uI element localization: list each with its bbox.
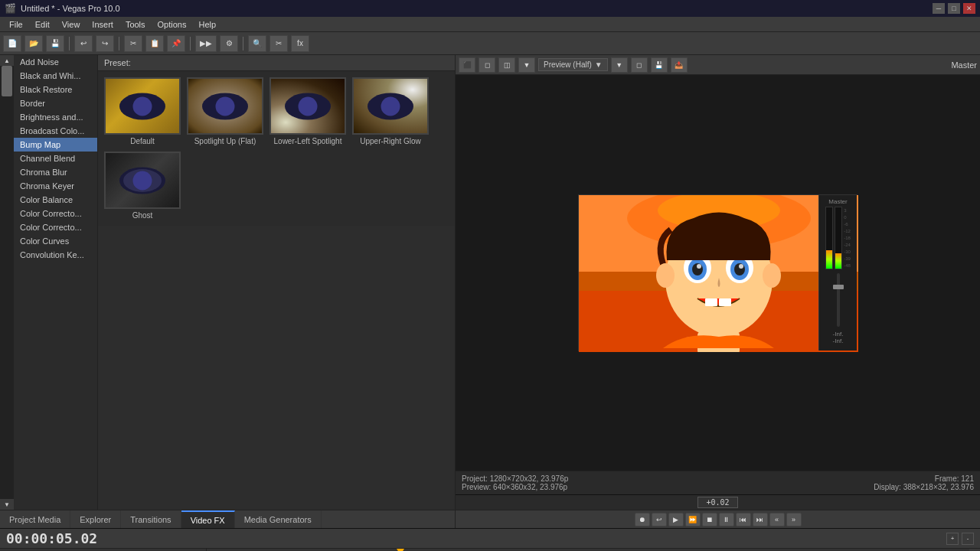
effect-black-restore[interactable]: Black Restore — [14, 83, 97, 96]
menu-edit[interactable]: Edit — [29, 20, 56, 29]
prev-start-btn[interactable]: ⏮ — [736, 513, 751, 527]
copy-button[interactable]: 📋 — [145, 35, 164, 52]
effect-chroma-blur[interactable]: Chroma Blur — [14, 165, 97, 179]
dropdown-arrow: ▼ — [595, 60, 603, 69]
preview-mode-label: Preview (Half) — [544, 60, 592, 69]
vu-left — [825, 207, 833, 269]
maximize-button[interactable]: □ — [948, 3, 960, 14]
prev-loop-btn[interactable]: ↩ — [652, 513, 667, 527]
scroll-up-arrow[interactable]: ▲ — [0, 55, 14, 66]
preview-btn-6[interactable]: 💾 — [651, 57, 668, 73]
tab-explorer[interactable]: Explorer — [70, 510, 121, 528]
minimize-button[interactable]: ─ — [933, 3, 945, 14]
effect-border[interactable]: Border — [14, 96, 97, 110]
menu-file[interactable]: File — [3, 20, 29, 29]
effect-color-corrector-1[interactable]: Color Correcto... — [14, 207, 97, 220]
preset-lower-left-thumb[interactable] — [270, 77, 346, 135]
save-button[interactable]: 💾 — [46, 35, 64, 52]
tab-media-generators[interactable]: Media Generators — [235, 510, 322, 528]
properties-button[interactable]: ⚙ — [220, 35, 238, 52]
open-button[interactable]: 📂 — [24, 35, 43, 52]
effect-bump-map[interactable]: Bump Map — [14, 138, 97, 152]
effect-broadcast[interactable]: Broadcast Colo... — [14, 124, 97, 138]
tl-zoom-out[interactable]: - — [962, 533, 974, 545]
svg-point-13 — [739, 264, 743, 269]
prev-fast-fwd-btn[interactable]: ⏩ — [685, 513, 701, 527]
window-controls: ─ □ ✕ — [933, 3, 975, 14]
tab-video-fx[interactable]: Video FX — [181, 510, 235, 528]
preset-lower-left[interactable]: Lower-Left Spotlight — [270, 77, 346, 145]
prev-end-btn[interactable]: ⏭ — [753, 513, 768, 527]
toolbar-sep-4 — [243, 37, 243, 51]
tab-transitions[interactable]: Transitions — [121, 510, 181, 528]
preview-mode-dropdown[interactable]: Preview (Half) ▼ — [538, 58, 608, 71]
master-vol-label: Master — [821, 198, 855, 205]
vol-db-label2: -Inf. — [821, 337, 855, 344]
scroll-down-arrow[interactable]: ▼ — [0, 499, 14, 510]
effect-color-curves[interactable]: Color Curves — [14, 234, 97, 248]
redo-button[interactable]: ↪ — [96, 35, 114, 52]
preset-default-thumb[interactable] — [104, 77, 181, 135]
effect-color-balance[interactable]: Color Balance — [14, 193, 97, 207]
preset-grid: Default Spotlight Up (Flat) — [98, 71, 455, 226]
window-title: Untitled * - Vegas Pro 10.0 — [21, 4, 120, 13]
cut-button[interactable]: ✂ — [124, 35, 142, 52]
menu-view[interactable]: View — [56, 20, 87, 29]
effect-add-noise[interactable]: Add Noise — [14, 55, 97, 69]
render-button[interactable]: ▶▶ — [195, 35, 217, 52]
preview-toggle[interactable]: ▼ — [518, 57, 535, 73]
svg-rect-14 — [705, 298, 717, 306]
preview-btn-2[interactable]: ◻ — [479, 57, 495, 73]
anime-preview-svg — [579, 195, 858, 352]
preview-btn-3[interactable]: ◫ — [498, 57, 515, 73]
preview-btn-1[interactable]: ⬛ — [459, 57, 475, 73]
effect-channel-blend[interactable]: Channel Blend — [14, 152, 97, 165]
effects-area: ▲ ▼ Add Noise Black and Whi... Black Res… — [0, 55, 455, 510]
preset-spotlight-flat[interactable]: Spotlight Up (Flat) — [187, 77, 263, 145]
trim-button[interactable]: ✂ — [270, 35, 288, 52]
prev-play-btn[interactable]: ▶ — [668, 513, 684, 527]
effect-black-white[interactable]: Black and Whi... — [14, 69, 97, 83]
timecode-display: 00:00:05.02 — [6, 530, 97, 546]
paste-button[interactable]: 📌 — [167, 35, 185, 52]
preset-spotlight-flat-thumb[interactable] — [187, 77, 263, 135]
prev-record-btn[interactable]: ⏺ — [635, 513, 650, 527]
master-slider[interactable] — [821, 269, 855, 331]
preset-ghost[interactable]: Ghost — [104, 152, 181, 220]
preset-ghost-thumb[interactable] — [104, 152, 181, 209]
prev-rev-btn[interactable]: « — [769, 513, 785, 527]
app-icon: 🎬 — [5, 3, 16, 14]
effect-color-corrector-2[interactable]: Color Correcto... — [14, 220, 97, 234]
preset-default[interactable]: Default — [104, 77, 181, 145]
fx-button[interactable]: fx — [291, 35, 309, 52]
master-volume-panel: Master 30-6-12-18-24-30-39-48 — [818, 195, 857, 350]
menu-help[interactable]: Help — [192, 20, 222, 29]
timecode-box-row: +0.02 — [456, 494, 980, 510]
close-button[interactable]: ✕ — [963, 3, 975, 14]
prev-stop-btn[interactable]: ⏹ — [702, 513, 717, 527]
effect-chroma-keyer[interactable]: Chroma Keyer — [14, 179, 97, 193]
undo-button[interactable]: ↩ — [74, 35, 93, 52]
effect-convolution[interactable]: Convolution Ke... — [14, 248, 97, 262]
toolbar-sep-3 — [190, 37, 191, 51]
menu-tools[interactable]: Tools — [119, 20, 152, 29]
svg-point-16 — [656, 263, 675, 288]
new-button[interactable]: 📄 — [3, 35, 21, 52]
prev-pause-btn[interactable]: ⏸ — [719, 513, 734, 527]
zoom-button[interactable]: 🔍 — [248, 35, 266, 52]
menu-options[interactable]: Options — [152, 20, 193, 29]
tab-project-media[interactable]: Project Media — [0, 510, 70, 528]
vu-right — [835, 207, 842, 269]
preview-btn-7[interactable]: 📤 — [671, 57, 688, 73]
tl-zoom-in[interactable]: + — [946, 533, 959, 545]
effect-brightness[interactable]: Brightness and... — [14, 110, 97, 124]
preview-btn-5[interactable]: ◻ — [631, 57, 648, 73]
timeline-controls: + - — [946, 533, 974, 545]
preview-btn-4[interactable]: ▼ — [611, 57, 628, 73]
preset-upper-right[interactable]: Upper-Right Glow — [352, 77, 429, 145]
preset-upper-right-thumb[interactable] — [352, 77, 429, 135]
toolbar-sep-2 — [119, 37, 119, 51]
menu-insert[interactable]: Insert — [86, 20, 119, 29]
prev-fwd-btn[interactable]: » — [786, 513, 802, 527]
preview-status: Project: 1280×720x32, 23.976p Frame: 121… — [456, 471, 980, 494]
